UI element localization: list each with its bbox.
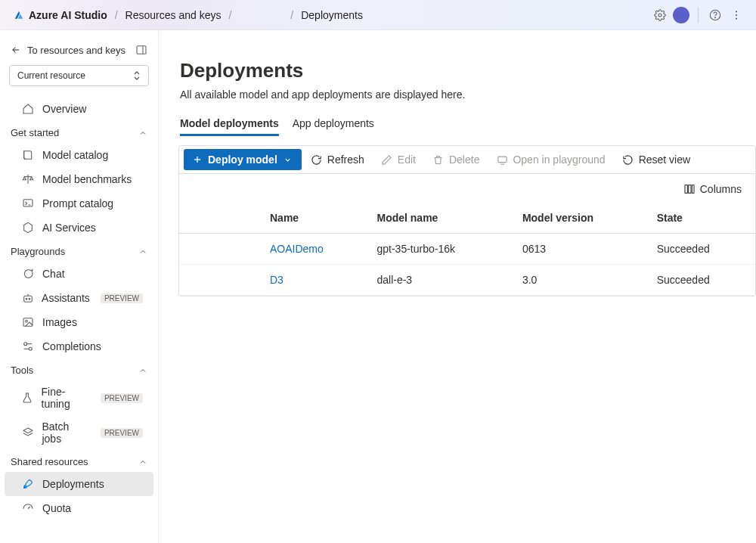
svg-rect-17 [688, 185, 690, 194]
more-button[interactable] [726, 5, 747, 26]
svg-rect-16 [685, 185, 687, 194]
svg-rect-8 [23, 296, 32, 302]
preview-badge: PREVIEW [101, 428, 143, 438]
breadcrumb-deployments[interactable]: Deployments [296, 9, 367, 21]
sidebar-item-prompt-catalog[interactable]: Prompt catalog [5, 191, 153, 216]
columns-button[interactable]: Columns [683, 183, 742, 195]
plus-icon [191, 154, 203, 166]
user-avatar[interactable] [671, 5, 692, 26]
azure-logo-icon [14, 10, 24, 20]
breadcrumb-sep-icon: / [112, 9, 121, 21]
group-get-started[interactable]: Get started [0, 121, 158, 143]
chevron-up-icon [138, 247, 147, 256]
breadcrumb-brand[interactable]: Azure AI Studio [9, 9, 112, 21]
deployment-name-link[interactable]: D3 [270, 274, 284, 286]
svg-point-12 [26, 320, 28, 322]
sidebar-item-batch-jobs[interactable]: Batch jobs PREVIEW [5, 415, 153, 450]
refresh-icon [311, 154, 323, 166]
button-label: Refresh [327, 154, 364, 166]
help-icon [709, 9, 721, 21]
sidebar-item-label: Batch jobs [42, 420, 89, 445]
svg-rect-18 [692, 185, 694, 194]
svg-point-9 [26, 298, 27, 299]
table-header-row: Name Model name Model version State [179, 203, 755, 234]
top-bar: Azure AI Studio / Resources and keys / /… [0, 0, 756, 30]
edit-button: Edit [373, 149, 423, 170]
chevron-up-icon [138, 129, 147, 138]
svg-point-5 [736, 17, 737, 19]
button-label: Deploy model [208, 154, 277, 166]
button-label: Delete [449, 154, 479, 166]
group-shared-resources[interactable]: Shared resources [0, 450, 158, 472]
button-label: Reset view [639, 154, 690, 166]
refresh-button[interactable]: Refresh [303, 149, 372, 170]
svg-rect-6 [137, 46, 146, 54]
reset-icon [622, 154, 634, 166]
collapse-sidebar-button[interactable] [135, 44, 147, 56]
button-label: Open in playground [513, 154, 605, 166]
deploy-model-button[interactable]: Deploy model [184, 149, 302, 170]
table-row[interactable]: D3 dall-e-3 3.0 Succeeded [179, 265, 755, 296]
sidebar-item-label: Prompt catalog [42, 197, 113, 209]
sidebar-item-fine-tuning[interactable]: Fine-tuning PREVIEW [5, 380, 153, 415]
sidebar-item-assistants[interactable]: Assistants PREVIEW [5, 286, 153, 310]
tab-model-deployments[interactable]: Model deployments [180, 117, 279, 136]
deployments-table: Columns Name Model name Model version St… [178, 174, 756, 296]
image-icon [21, 315, 35, 329]
playground-icon [496, 154, 508, 166]
cell-model-version: 0613 [515, 234, 649, 265]
sidebar-item-quota[interactable]: Quota [5, 496, 153, 520]
gauge-icon [21, 501, 35, 515]
delete-button: Delete [425, 149, 487, 170]
sidebar-item-ai-services[interactable]: AI Services [5, 216, 153, 240]
back-to-resources[interactable]: To resources and keys [11, 45, 125, 56]
tabs: Model deployments App deployments [178, 117, 756, 136]
resource-selector[interactable]: Current resource [9, 65, 149, 86]
page-title: Deployments [180, 51, 756, 88]
settings-button[interactable] [649, 5, 671, 26]
sidebar-item-completions[interactable]: Completions [5, 334, 153, 358]
col-model-version[interactable]: Model version [515, 203, 649, 234]
group-label: Tools [11, 365, 33, 376]
help-button[interactable] [705, 5, 726, 26]
gear-icon [654, 9, 666, 21]
columns-icon [683, 183, 696, 195]
group-label: Get started [11, 127, 59, 138]
sidebar-item-overview[interactable]: Overview [5, 97, 153, 121]
sidebar-item-deployments[interactable]: Deployments [5, 472, 153, 496]
open-playground-button: Open in playground [488, 149, 612, 170]
deployment-name-link[interactable]: AOAIDemo [270, 243, 324, 255]
col-model-name[interactable]: Model name [369, 203, 514, 234]
breadcrumb-resources[interactable]: Resources and keys [121, 9, 226, 21]
sidebar-item-label: Fine-tuning [42, 386, 90, 410]
preview-badge: PREVIEW [101, 393, 143, 403]
sidebar-item-label: Images [42, 316, 77, 328]
reset-view-button[interactable]: Reset view [615, 149, 698, 170]
sidebar-item-label: Model catalog [42, 149, 108, 161]
group-tools[interactable]: Tools [0, 358, 158, 380]
chevron-up-icon [138, 366, 147, 375]
book-icon [21, 148, 35, 162]
svg-rect-11 [23, 318, 33, 327]
back-link-label: To resources and keys [27, 45, 125, 56]
tab-app-deployments[interactable]: App deployments [293, 117, 374, 136]
col-state[interactable]: State [649, 203, 755, 234]
col-name[interactable]: Name [262, 203, 369, 234]
group-playgrounds[interactable]: Playgrounds [0, 240, 158, 262]
svg-point-10 [29, 298, 30, 299]
table-row[interactable]: AOAIDemo gpt-35-turbo-16k 0613 Succeeded [179, 234, 755, 265]
sidebar-item-model-catalog[interactable]: Model catalog [5, 143, 153, 167]
sidebar-item-model-benchmarks[interactable]: Model benchmarks [5, 167, 153, 191]
bot-icon [21, 291, 34, 305]
svg-rect-7 [23, 200, 33, 206]
sidebar-item-label: Completions [42, 340, 101, 352]
group-label: Playgrounds [11, 246, 65, 257]
resource-selector-label: Current resource [17, 70, 85, 81]
prompt-icon [21, 197, 35, 210]
sidebar-item-label: Quota [42, 502, 71, 514]
sidebar-item-images[interactable]: Images [5, 310, 153, 334]
page-subtitle: All available model and app deployments … [180, 88, 756, 101]
arrow-left-icon [11, 45, 21, 55]
sidebar-item-chat[interactable]: Chat [5, 262, 153, 286]
breadcrumb-sep-icon: / [287, 9, 296, 21]
